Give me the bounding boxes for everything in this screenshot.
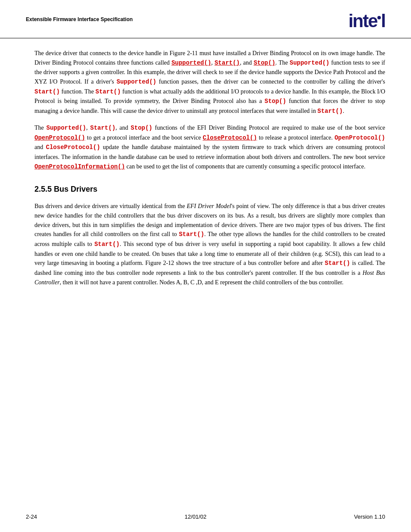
p2-code-start: Start() (90, 124, 115, 131)
p2-text-4: functions of the EFI Driver Binding Prot… (153, 124, 385, 131)
p1-code-start3: Start() (96, 88, 121, 95)
p1-code-supported: Supported() (171, 59, 211, 66)
paragraph-2: The Supported(), Start(), and Stop() fun… (34, 123, 385, 171)
page-header: Extensible Firmware Interface Specificat… (0, 0, 411, 38)
footer-version: Version 1.10 (354, 513, 385, 520)
p1-code-stop2: Stop() (265, 98, 286, 105)
p1-code-start4: Start() (318, 108, 343, 115)
page: Extensible Firmware Interface Specificat… (0, 0, 411, 532)
p1-text-2: , (211, 59, 215, 66)
p2-code-closeprotocol2: CloseProtocol() (46, 144, 100, 151)
intel-logo: intel (349, 12, 385, 30)
p1-code-start: Start() (215, 59, 240, 66)
p1-text-3: , and (240, 59, 254, 66)
p3-code-start1: Start() (179, 231, 204, 238)
p1-code-supported3: Supported() (117, 78, 156, 85)
paragraph-1: The device driver that connects to the d… (34, 49, 385, 116)
p2-text-9: can be used to get the list of component… (125, 163, 365, 170)
footer-page-number: 2-24 (26, 513, 37, 520)
p3-text-6: , then it will not have a parent control… (60, 279, 344, 286)
p1-text-4: . The (275, 59, 290, 66)
p1-code-supported2: Supported() (290, 59, 329, 66)
p2-text-3: , and (115, 124, 131, 131)
paragraph-3: Bus drivers and device drivers are virtu… (34, 202, 385, 287)
p2-text-1: The (34, 124, 47, 131)
logo-dot (377, 16, 381, 19)
p3-code-start3: Start() (325, 260, 350, 267)
p3-italic-efi: EFI Driver Model (187, 203, 231, 209)
p2-code-openprotocol: OpenProtocol() (34, 134, 85, 141)
p2-code-closeprotocol: CloseProtocol() (203, 134, 257, 141)
section-heading-255: 2.5.5 Bus Drivers (34, 184, 385, 196)
document-title: Extensible Firmware Interface Specificat… (26, 12, 133, 22)
p3-code-start2: Start() (94, 241, 120, 248)
p1-code-start2: Start() (34, 88, 60, 95)
logo-text: intel (349, 12, 385, 30)
page-footer: 2-24 12/01/02 Version 1.10 (26, 513, 385, 520)
p1-text-10: . (343, 108, 345, 114)
p2-code-stop: Stop() (131, 124, 152, 131)
p2-text-6: to release a protocol interface. (257, 134, 335, 141)
p2-text-2: , (86, 124, 90, 131)
p2-code-openprotocol2: OpenProtocol() (334, 134, 385, 141)
p2-code-openprotocolinfo: OpenProtocolInformation() (34, 163, 125, 170)
p3-text-1: Bus drivers and device drivers are virtu… (34, 203, 187, 209)
p1-code-stop: Stop() (254, 59, 275, 66)
p2-text-7: and (34, 144, 46, 150)
footer-date: 12/01/02 (185, 513, 207, 520)
p2-code-supported: Supported() (47, 124, 86, 131)
page-content: The device driver that connects to the d… (0, 38, 411, 302)
p1-text-6: function passes, then the driver can be … (156, 78, 385, 85)
p2-text-5: to get a protocol interface and the boot… (85, 134, 203, 141)
p1-text-7: function. The (60, 88, 96, 95)
